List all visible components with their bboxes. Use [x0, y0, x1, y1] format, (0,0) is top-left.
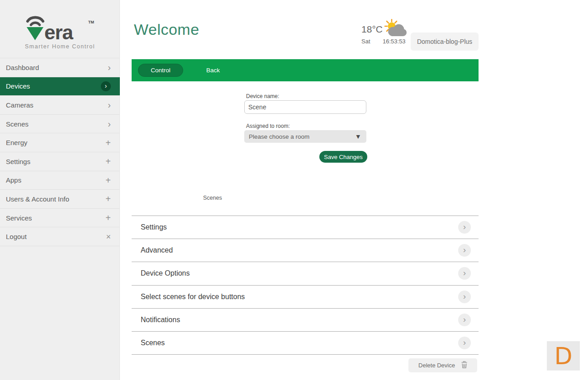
caret-down-icon: ▼	[356, 134, 360, 140]
sidebar-item-dashboard[interactable]: Dashboard ›	[0, 58, 120, 77]
plus-icon: +	[105, 157, 111, 166]
sidebar-item-label: Apps	[6, 176, 21, 184]
accordion-row-device-options[interactable]: Device Options ›	[132, 262, 479, 285]
brand-tagline: Smarter Home Control	[0, 43, 120, 50]
sidebar-divider	[0, 246, 120, 246]
accordion-row-notifications[interactable]: Notifications ›	[132, 308, 479, 331]
chevron-right-circle-icon: ›	[101, 81, 111, 91]
trash-icon	[461, 361, 467, 370]
sidebar-item-devices[interactable]: Devices ›	[0, 77, 120, 96]
sidebar-item-logout[interactable]: Logout ×	[0, 227, 120, 246]
vera-logo: era TM Smarter Home Control	[0, 14, 120, 50]
sidebar-item-label: Devices	[6, 82, 30, 90]
chevron-right-icon: ›	[458, 244, 471, 257]
accordion-row-label: Notifications	[141, 316, 180, 324]
chevron-right-icon: ›	[458, 291, 471, 303]
accordion-row-label: Select scenes for device buttons	[141, 293, 245, 301]
accordion-row-scenes[interactable]: Scenes ›	[132, 331, 479, 354]
d-watermark-badge: D	[547, 341, 580, 371]
sidebar-item-scenes[interactable]: Scenes ›	[0, 114, 120, 133]
tab-back[interactable]: Back	[195, 64, 231, 77]
sidebar-item-settings[interactable]: Settings +	[0, 152, 120, 171]
delete-device-label: Delete Device	[418, 362, 455, 369]
sidebar-item-label: Settings	[6, 158, 30, 165]
chevron-right-icon: ›	[108, 63, 111, 72]
d-watermark-letter: D	[554, 342, 572, 370]
sidebar-nav: Dashboard › Devices › Cameras › Scenes ›…	[0, 58, 120, 246]
sidebar-item-apps[interactable]: Apps +	[0, 171, 120, 190]
page-title: Welcome	[134, 21, 199, 38]
tab-control[interactable]: Control	[138, 64, 183, 77]
chevron-right-icon: ›	[458, 314, 471, 326]
accordion-row-advanced[interactable]: Advanced ›	[132, 239, 479, 262]
chevron-right-icon: ›	[458, 267, 471, 280]
svg-text:era: era	[44, 21, 74, 42]
accordion-row-settings[interactable]: Settings ›	[132, 216, 479, 239]
room-select[interactable]: Please choose a room ▼	[244, 130, 366, 143]
plus-icon: +	[105, 213, 111, 222]
delete-device-button[interactable]: Delete Device	[408, 358, 477, 372]
accordion-row-label: Advanced	[141, 246, 173, 254]
accordion-row-label: Device Options	[141, 269, 190, 277]
assigned-room-label: Assigned to room:	[246, 123, 290, 129]
partly-cloudy-icon	[384, 19, 408, 41]
chevron-right-icon: ›	[108, 119, 111, 128]
vera-logo-icon: era TM	[24, 14, 96, 42]
chevron-right-icon: ›	[458, 337, 471, 349]
sidebar-item-users-account-info[interactable]: Users & Account Info +	[0, 189, 120, 208]
sidebar-item-label: Dashboard	[6, 64, 39, 71]
accordion-row-label: Settings	[141, 223, 167, 231]
plus-icon: +	[105, 194, 111, 203]
sidebar-item-cameras[interactable]: Cameras ›	[0, 95, 120, 114]
save-changes-button[interactable]: Save Changes	[319, 151, 367, 163]
weather-day: Sat	[361, 38, 370, 45]
accordion-row-select-scenes[interactable]: Select scenes for device buttons ›	[132, 285, 479, 308]
plus-icon: +	[105, 176, 111, 185]
sidebar-item-label: Scenes	[6, 120, 28, 128]
weather-temperature: 18°C	[355, 24, 383, 35]
chevron-right-icon: ›	[108, 100, 111, 109]
close-icon: ×	[106, 233, 111, 241]
sidebar-item-services[interactable]: Services +	[0, 208, 120, 227]
device-options-accordion: Settings › Advanced › Device Options › S…	[132, 216, 479, 355]
sidebar-item-label: Services	[6, 214, 32, 222]
sidebar-item-label: Users & Account Info	[6, 195, 69, 203]
room-select-value: Please choose a room	[249, 133, 309, 140]
sidebar-item-energy[interactable]: Energy +	[0, 133, 120, 152]
vera-app: era TM Smarter Home Control Dashboard › …	[0, 0, 588, 380]
action-bar: Control Back	[132, 59, 479, 81]
svg-text:TM: TM	[88, 20, 94, 24]
chevron-right-icon: ›	[458, 221, 471, 234]
sidebar-item-label: Cameras	[6, 101, 33, 109]
device-name-input[interactable]	[244, 100, 366, 114]
sidebar: era TM Smarter Home Control Dashboard › …	[0, 0, 120, 380]
controller-name-button[interactable]: Domotica-blog-Plus	[411, 33, 479, 51]
sidebar-item-label: Energy	[6, 139, 28, 146]
scenes-section-label: Scenes	[203, 195, 222, 201]
sidebar-item-label: Logout	[6, 233, 27, 240]
device-name-label: Device name:	[246, 93, 279, 99]
accordion-row-label: Scenes	[141, 339, 165, 347]
clock-time: 16:53:53	[383, 38, 406, 45]
plus-icon: +	[105, 138, 111, 147]
